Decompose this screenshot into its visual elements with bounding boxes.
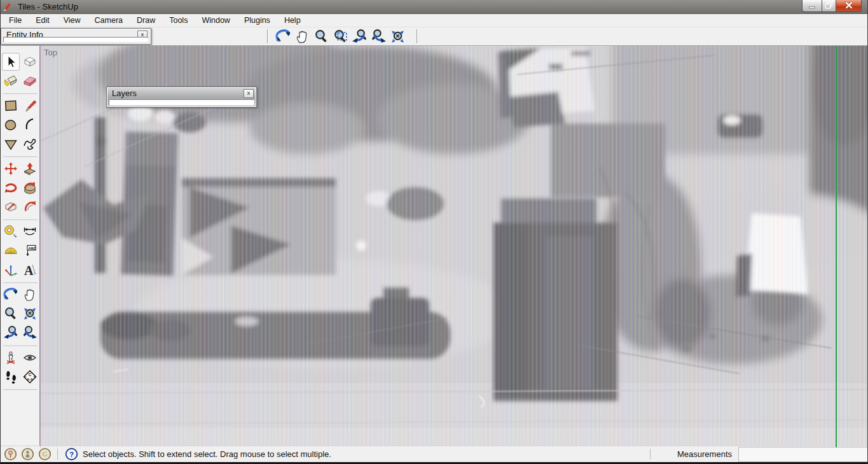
palette-separator — [1, 91, 39, 97]
rotate-tool-button[interactable] — [2, 179, 20, 197]
look-around-tool-button[interactable] — [21, 349, 39, 367]
sketchup-window: Tiles - SketchUp FileEditViewCameraDrawT… — [0, 0, 868, 464]
dimension-tool-button[interactable] — [21, 223, 39, 241]
zoom-extents-tool-button[interactable] — [388, 28, 407, 45]
menu-file[interactable]: File — [2, 15, 29, 27]
zoom-previous-tool-button[interactable] — [2, 324, 20, 342]
title-bar[interactable]: Tiles - SketchUp — [1, 0, 867, 14]
pan-tool-button[interactable] — [293, 28, 312, 45]
palette-row — [1, 135, 39, 154]
layers-tray — [109, 99, 254, 106]
zoom-tool-button[interactable] — [2, 305, 20, 323]
tool-palette: ABCACA-S — [1, 46, 40, 446]
svg-text:C: C — [28, 372, 31, 377]
green-axis-line — [836, 46, 837, 447]
entity-info-panel[interactable]: Entity Info x — [1, 28, 151, 45]
help-icon[interactable]: ? — [64, 447, 79, 461]
rectangle-tool-button[interactable] — [2, 97, 20, 115]
entity-info-tray — [3, 37, 149, 43]
palette-row: A — [1, 261, 39, 280]
menu-window[interactable]: Window — [195, 15, 237, 27]
layers-title: Layers — [112, 88, 137, 98]
menu-view[interactable]: View — [57, 15, 88, 27]
menu-camera[interactable]: Camera — [88, 15, 130, 27]
tape-measure-tool-button[interactable] — [2, 223, 20, 241]
svg-text:ABC: ABC — [28, 246, 36, 250]
palette-row — [1, 72, 39, 91]
orbit-tool-button[interactable] — [2, 286, 20, 304]
zoom-next-tool-button[interactable] — [369, 28, 388, 45]
toolbar-separator — [417, 29, 418, 43]
eraser-tool-button[interactable] — [21, 72, 39, 90]
circle-tool-button[interactable] — [2, 116, 20, 134]
palette-row — [1, 53, 39, 72]
window-controls — [802, 0, 862, 12]
scale-tool-button[interactable] — [2, 198, 20, 216]
viewport[interactable]: Top Layers x — [40, 46, 868, 447]
attribution-icon[interactable] — [20, 447, 35, 461]
palette-separator — [1, 217, 39, 223]
status-separator — [57, 449, 58, 460]
status-icons: G — [1, 447, 52, 461]
zoom-next-tool-button[interactable] — [21, 324, 39, 342]
zoom-extents-tool-button[interactable] — [21, 305, 39, 323]
offset-tool-button[interactable] — [21, 198, 39, 216]
text-tool-button[interactable]: ABC — [21, 242, 39, 260]
palette-separator — [1, 387, 39, 393]
palette-row — [1, 179, 39, 198]
status-separator — [650, 449, 651, 460]
paint-bucket-tool-button[interactable] — [2, 72, 20, 90]
menu-edit[interactable]: Edit — [29, 15, 57, 27]
camera-toolbar — [273, 28, 407, 45]
palette-row — [1, 198, 39, 217]
zoom-window-tool-button[interactable] — [331, 28, 350, 45]
compass-tool-button[interactable]: CA-S — [21, 368, 39, 386]
menu-bar: FileEditViewCameraDrawToolsWindowPlugins… — [1, 14, 867, 27]
make-component-tool-button[interactable] — [21, 53, 39, 71]
arc-tool-button[interactable] — [21, 116, 39, 134]
zoom-tool-button[interactable] — [312, 28, 331, 45]
layers-close-button[interactable]: x — [244, 89, 254, 98]
axes-tool-button[interactable] — [2, 261, 20, 279]
select-tool-button[interactable] — [2, 53, 20, 71]
measurements-box[interactable] — [738, 447, 867, 462]
protractor-tool-button[interactable] — [2, 242, 20, 260]
menu-tools[interactable]: Tools — [162, 15, 195, 27]
palette-row — [1, 305, 39, 324]
menu-draw[interactable]: Draw — [130, 15, 162, 27]
measurements-label: Measurements — [656, 449, 732, 459]
status-bar: G ? Select objects. Shift to extend sele… — [1, 446, 867, 462]
svg-text:G: G — [43, 450, 48, 458]
geolocation-icon[interactable] — [3, 447, 18, 461]
orbit-tool-button[interactable] — [273, 28, 293, 45]
3d-text-tool-button[interactable]: A — [21, 261, 39, 279]
svg-text:A: A — [24, 264, 34, 278]
line-tool-button[interactable] — [21, 97, 39, 115]
polygon-tool-button[interactable] — [2, 135, 20, 153]
palette-separator — [1, 154, 39, 160]
layers-panel[interactable]: Layers x — [106, 87, 257, 108]
palette-row — [1, 324, 39, 343]
palette-row — [1, 116, 39, 135]
toolbar-separator — [267, 29, 268, 43]
menu-plugins[interactable]: Plugins — [237, 15, 277, 27]
palette-row: ABC — [1, 242, 39, 261]
zoom-previous-tool-button[interactable] — [350, 28, 369, 45]
pan-tool-button[interactable] — [21, 286, 39, 304]
walk-tool-button[interactable] — [2, 368, 20, 386]
sketchup-logo-icon — [3, 1, 15, 13]
menu-help[interactable]: Help — [277, 15, 308, 27]
window-title: Tiles - SketchUp — [18, 2, 78, 11]
view-label: Top — [44, 48, 57, 57]
freehand-tool-button[interactable] — [21, 135, 39, 153]
google-icon[interactable]: G — [38, 447, 52, 461]
restore-button[interactable] — [822, 0, 836, 12]
follow-me-tool-button[interactable] — [21, 179, 39, 197]
close-button[interactable] — [836, 0, 862, 12]
position-camera-tool-button[interactable] — [2, 349, 20, 367]
move-tool-button[interactable] — [2, 160, 20, 178]
palette-row — [1, 286, 39, 305]
push-pull-tool-button[interactable] — [21, 160, 39, 178]
minimize-button[interactable] — [802, 0, 822, 12]
palette-row — [1, 160, 39, 179]
